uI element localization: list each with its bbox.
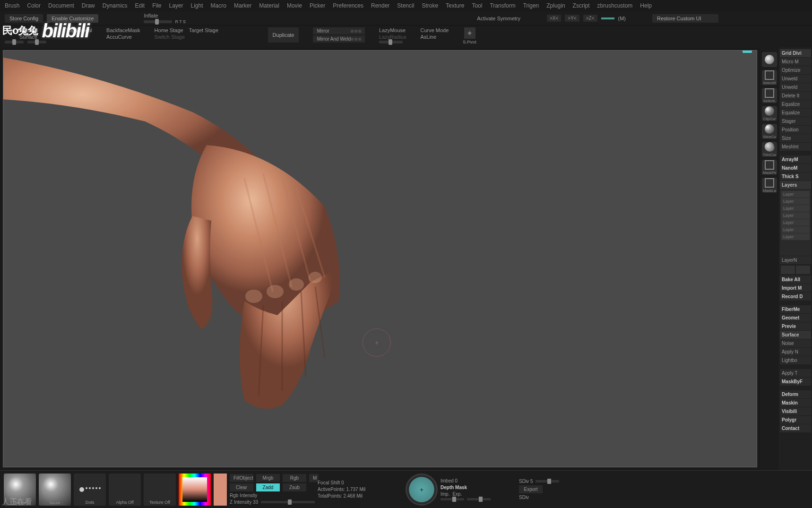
tiles-label[interactable]: Tiles 1 [5,27,20,33]
mrgb-button[interactable]: Mrgb [256,474,280,482]
mirror-button[interactable]: Mirror [313,27,365,34]
store-config-button[interactable]: Store Config [5,14,43,23]
alpha-thumb[interactable]: Alpha Off [109,474,141,506]
viewport-tab-indicator[interactable] [743,50,752,53]
home-stage-button[interactable]: Home Stage [155,27,183,33]
viewport-canvas[interactable] [3,50,757,467]
imp-slider[interactable] [441,498,464,500]
tool-select-rect[interactable]: SelectR [762,70,777,85]
accucurve-button[interactable]: AccuCurve [106,34,140,40]
rp-applyt[interactable]: Apply T [780,369,811,377]
rp-fibermesh[interactable]: FiberMe [780,305,811,313]
menu-picker[interactable]: Picker [310,2,325,9]
m-button[interactable]: M [309,474,319,482]
menu-stroke[interactable]: Stroke [422,2,438,9]
current-color-swatch[interactable] [214,474,227,506]
tool-select-lasso[interactable]: SelectL [762,88,777,103]
activate-symmetry-label[interactable]: Activate Symmetry [477,16,520,21]
rp-masking[interactable]: Maskin [780,399,811,407]
tool-slice-curve[interactable]: SliceCu [762,124,777,139]
menu-help[interactable]: Help [640,2,652,9]
switch-stage-button[interactable]: Switch Stage [155,34,221,40]
menu-draw[interactable]: Draw [82,2,95,9]
rp-delete[interactable]: Delete It [780,92,811,100]
rp-micro-mesh[interactable]: Micro M [780,58,811,66]
stroke-thumb[interactable]: Dots [74,474,106,506]
rp-surface-header[interactable]: Surface [780,331,811,339]
sdiv-slider[interactable] [536,480,559,482]
rp-geometry[interactable]: Geomet [780,314,811,322]
menu-brush[interactable]: Brush [5,2,19,9]
restore-ui-button[interactable]: Restore Custom UI [652,14,718,23]
rp-position[interactable]: Position [780,126,811,134]
surface-slider-2[interactable] [27,41,46,43]
layer-item[interactable]: Layer [781,226,810,233]
menu-zplugin[interactable]: Zplugin [546,2,565,9]
tool-mask-pen[interactable]: MaskPe [762,160,777,175]
tool-mask-lasso[interactable]: MaskLa [762,178,777,193]
enable-customize-button[interactable]: Enable Customize [47,14,98,23]
zsub-button[interactable]: Zsub [283,483,306,491]
menu-texture[interactable]: Texture [446,2,464,9]
symmetry-z-button[interactable]: >Z< [583,15,597,22]
topological-button[interactable]: Topological [66,27,92,33]
curve-mode-button[interactable]: Curve Mode [420,27,449,33]
rp-size[interactable]: Size [780,134,811,142]
menu-light[interactable]: Light [191,2,203,9]
depth-mask-label[interactable]: Depth Mask [441,485,467,490]
rp-deform[interactable]: Deform [780,390,811,398]
menu-preferences[interactable]: Preferences [333,2,363,9]
exp-slider[interactable] [467,498,491,500]
spivot-icon[interactable]: ✦ [464,27,475,39]
rp-lightbox[interactable]: Lightbo [780,356,811,364]
menu-stencil[interactable]: Stencil [397,2,414,9]
export-button[interactable]: Export [519,485,543,493]
texture-thumb[interactable]: Texture Off [144,474,176,506]
menu-marker[interactable]: Marker [234,2,251,9]
tool-trim-curve[interactable]: TrimCur [762,142,777,157]
rp-polygroup[interactable]: Polygr [780,416,811,424]
rp-stager[interactable]: Stager [780,117,811,125]
menu-zscript[interactable]: Zscript [573,2,590,9]
menu-layer[interactable]: Layer [169,2,183,9]
rp-equalize-1[interactable]: Equalize [780,100,811,108]
rp-unweld-1[interactable]: Unweld [780,75,811,83]
symmetry-active-button[interactable] [601,17,614,19]
zadd-button[interactable]: Zadd [256,483,280,491]
mirror-weld-button[interactable]: Mirror And Weld [313,35,365,43]
asline-button[interactable]: AsLine [420,34,449,40]
rp-meshint[interactable]: MeshInt [780,143,811,151]
rp-contact[interactable]: Contact [780,424,811,432]
z-intensity-slider[interactable] [261,501,315,503]
rp-unweld-2[interactable]: Unweld [780,83,811,91]
rp-thickskin[interactable]: Thick S [780,172,811,181]
menu-tool[interactable]: Tool [472,2,482,9]
rp-layern[interactable]: LayerN [780,256,811,264]
rp-bakeall[interactable]: Bake All [780,276,811,284]
rgb-button[interactable]: Rgb [283,474,306,482]
rp-maskby[interactable]: MaskByF [780,378,811,386]
menu-render[interactable]: Render [371,2,389,9]
rp-optimize[interactable]: Optimize [780,66,811,74]
menu-movie[interactable]: Movie [287,2,302,9]
rp-visibility[interactable]: Visibili [780,407,811,415]
rp-noise[interactable]: Noise [780,339,811,347]
layer-item[interactable]: Layer [781,198,810,205]
layer-btn-1[interactable] [781,266,795,274]
symmetry-x-button[interactable]: >X< [547,15,561,22]
layer-item[interactable]: Layer [781,233,810,240]
rp-equalize-2[interactable]: Equalize [780,109,811,117]
rp-importm[interactable]: Import M [780,284,811,292]
rp-recordd[interactable]: Record D [780,293,811,301]
menu-file[interactable]: File [152,2,161,9]
layer-item[interactable]: Layer [781,191,810,198]
layer-item[interactable]: Layer [781,205,810,212]
color-picker[interactable] [179,474,211,506]
duplicate-button[interactable]: Duplicate [268,27,299,43]
menu-macro[interactable]: Macro [211,2,226,9]
layer-btn-2[interactable] [796,266,810,274]
menu-zbrushcustom[interactable]: zbrushcustom [597,2,633,9]
surface-slider-1[interactable] [5,41,24,43]
depth-mask-ring-icon[interactable] [406,474,438,506]
lazyradius-slider[interactable] [379,41,403,43]
